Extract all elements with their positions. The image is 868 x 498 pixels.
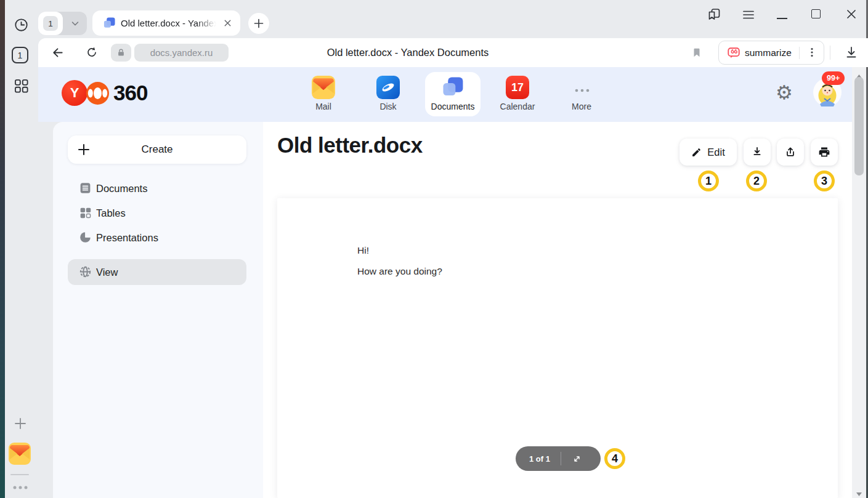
app-label-disk: Disk <box>360 102 416 111</box>
annotation-2: 2 <box>746 171 767 191</box>
tab-counter[interactable]: 1 <box>12 47 28 63</box>
toolbar: docs.yandex.ru Old letter.docx - Yandex … <box>38 38 868 67</box>
bookmark-icon[interactable] <box>691 47 702 61</box>
sidebar-item-label: Presentations <box>96 225 158 250</box>
wallpaper-edge-left <box>0 0 5 498</box>
app-label-more: More <box>554 102 609 111</box>
site-security-badge[interactable] <box>111 44 131 62</box>
sidebar-item-label: Documents <box>96 176 147 201</box>
tab-group-badge: 1 <box>43 16 58 31</box>
tableau-grid-icon[interactable] <box>13 78 30 97</box>
scrollbar-thumb[interactable] <box>854 77 864 175</box>
page-indicator[interactable]: 1 of 1 <box>516 446 601 471</box>
page-indicator-label: 1 of 1 <box>529 454 550 464</box>
app-item-mail[interactable]: Mail <box>296 72 351 116</box>
sidebar-item-tables[interactable]: Tables <box>68 201 246 225</box>
new-tab-button[interactable] <box>248 13 269 34</box>
doc-paragraph: Hi! <box>357 245 369 256</box>
sidebar-item-documents[interactable]: Documents <box>68 176 246 201</box>
logo-360-text: 360 <box>113 81 147 105</box>
history-clock-icon[interactable] <box>13 17 30 36</box>
app-label-calendar: Calendar <box>490 102 545 111</box>
chevron-down-icon[interactable] <box>70 18 81 31</box>
tab-group-active[interactable]: 1 <box>38 12 63 35</box>
edit-button[interactable]: Edit <box>679 139 737 166</box>
create-button[interactable]: Create <box>68 135 246 164</box>
toolbar-divider <box>830 46 830 60</box>
app-item-more[interactable]: More <box>554 72 609 116</box>
app-item-disk[interactable]: Disk <box>360 72 416 116</box>
sidebar-add-icon[interactable] <box>12 416 28 434</box>
app-item-calendar[interactable]: 17 Calendar <box>490 72 545 116</box>
annotation-4: 4 <box>604 448 625 469</box>
document-title: Old letter.docx <box>277 133 423 158</box>
pencil-icon <box>691 147 702 158</box>
maximize-button[interactable] <box>811 9 821 18</box>
tab-close-icon[interactable] <box>222 18 233 31</box>
app-item-documents[interactable]: Documents <box>425 72 481 116</box>
minimize-button[interactable] <box>777 18 787 19</box>
reload-icon[interactable] <box>85 46 99 62</box>
download-button[interactable] <box>744 139 771 166</box>
logo-360-icon[interactable] <box>86 82 109 107</box>
summarize-button[interactable]: summarize <box>718 41 824 65</box>
sidebar-divider <box>10 474 29 475</box>
create-label: Create <box>68 135 246 164</box>
share-button[interactable] <box>777 139 804 166</box>
scrollbar[interactable] <box>852 67 866 498</box>
calendar-icon: 17 <box>506 76 529 99</box>
notification-badge: 99+ <box>822 71 845 85</box>
print-button[interactable] <box>811 139 838 166</box>
tables-grid-icon <box>79 206 92 222</box>
documents-icon <box>441 76 464 102</box>
address-domain[interactable]: docs.yandex.ru <box>134 44 229 62</box>
pie-icon <box>79 231 92 246</box>
more-dots-icon <box>574 84 590 95</box>
docs-sidebar: Create Documents Tables Presentations Vi… <box>53 122 263 498</box>
sidebar-item-presentations[interactable]: Presentations <box>68 225 246 250</box>
gear-icon[interactable]: ⚙ <box>776 83 793 102</box>
fullscreen-expand-icon[interactable] <box>572 454 582 464</box>
back-icon[interactable] <box>51 46 65 62</box>
browser-tab[interactable]: Old letter.docx - Yandex <box>92 10 240 36</box>
page-title: Old letter.docx - Yandex Documents <box>223 38 593 67</box>
document-icon <box>79 182 92 197</box>
globe-icon <box>79 265 92 281</box>
pager-divider <box>561 452 561 465</box>
service-header: Y 360 Mail Disk Documents 17 Calenda <box>38 67 852 122</box>
sidebar-item-view[interactable]: View <box>68 259 246 285</box>
annotation-1: 1 <box>698 171 719 191</box>
app-label-mail: Mail <box>296 102 351 111</box>
sidebar-item-label: Tables <box>96 201 126 225</box>
scroll-down-icon[interactable] <box>856 488 862 498</box>
side-panel-icon[interactable] <box>707 7 721 24</box>
tab-group-pill[interactable]: 1 <box>38 12 87 35</box>
app-label-documents: Documents <box>425 102 481 111</box>
downloads-icon[interactable] <box>844 45 859 62</box>
summarize-divider <box>799 47 800 59</box>
browser-menu-icon[interactable] <box>742 8 755 24</box>
yandex-logo-icon[interactable]: Y <box>62 80 87 106</box>
summarize-quotes-icon <box>727 46 740 62</box>
edit-label: Edit <box>707 147 724 158</box>
close-button[interactable] <box>845 8 858 23</box>
annotation-3: 3 <box>814 171 835 191</box>
summarize-label: summarize <box>745 41 792 64</box>
sidebar-item-label: View <box>96 259 118 285</box>
sidebar-more-icon[interactable] <box>12 481 28 492</box>
yandex-mail-shortcut-icon[interactable] <box>9 443 31 467</box>
disk-icon <box>376 76 400 102</box>
mail-icon <box>312 76 335 102</box>
tab-title: Old letter.docx - Yandex <box>121 10 218 36</box>
browser-window: 1 1 Old letter.docx - Yandex <box>0 0 868 498</box>
doc-paragraph: How are you doing? <box>357 266 442 277</box>
kebab-menu-icon[interactable] <box>806 46 818 61</box>
documents-favicon <box>103 17 116 32</box>
